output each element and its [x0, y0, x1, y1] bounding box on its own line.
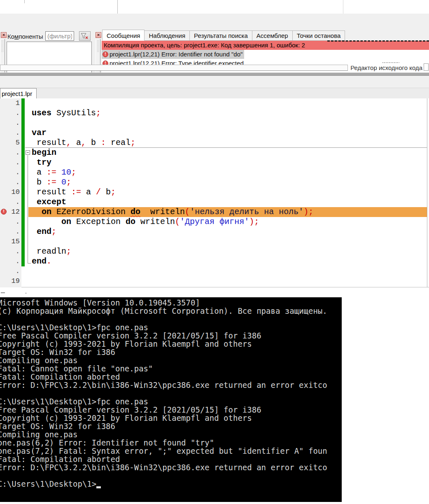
- close-icon[interactable]: ✕: [96, 32, 101, 38]
- fold-margin: [25, 138, 32, 148]
- message-row[interactable]: Компиляция проекта, цель: project1.exe: …: [102, 41, 429, 50]
- fold-guide: [28, 158, 28, 168]
- error-icon: !: [103, 51, 108, 57]
- messages-tab-0[interactable]: Сообщения: [102, 30, 145, 41]
- cmd-terminal[interactable]: Microsoft Windows [Version 10.0.19045.35…: [0, 297, 342, 502]
- fold-margin: [25, 158, 32, 168]
- code-line-4[interactable]: .var: [0, 128, 429, 138]
- change-bar: [21, 138, 25, 148]
- terminal-line: Copyright (c) 1993-2021 by Florian Klaem…: [0, 414, 327, 422]
- fold-margin: [25, 247, 32, 257]
- code-line-5[interactable]: 5 result, a, b : real;: [0, 138, 429, 148]
- messages-tab-1[interactable]: Наблюдения: [145, 30, 190, 41]
- code-line-10[interactable]: 10 result := a / b;: [0, 187, 429, 197]
- code-line-7[interactable]: . try: [0, 158, 429, 168]
- code-editor[interactable]: 1.uses SysUtils;..var5 result, a, b : re…: [0, 98, 429, 287]
- line-number: 5: [0, 138, 21, 148]
- code-text: end;: [32, 227, 56, 237]
- code-line-11[interactable]: . except: [0, 197, 429, 207]
- line-number: .: [0, 247, 21, 257]
- line-number: 10: [0, 187, 21, 197]
- terminal-line: one.pas(7,2) Fatal: Syntax error, ";" ex…: [0, 447, 327, 455]
- horizontal-splitter[interactable]: [0, 72, 429, 76]
- line-number: .: [0, 118, 21, 128]
- close-icon[interactable]: ✕: [1, 32, 7, 38]
- code-text: result, a, b : real;: [32, 138, 135, 148]
- line-number: .: [0, 266, 21, 276]
- fold-margin[interactable]: [25, 148, 32, 158]
- terminal-line: Compiling one.pas: [0, 430, 327, 439]
- code-line-16[interactable]: . readln;: [0, 247, 429, 257]
- change-bar: [21, 276, 25, 286]
- code-line-6[interactable]: .begin: [0, 148, 429, 158]
- fold-guide: [28, 237, 28, 247]
- fold-margin: [25, 168, 32, 177]
- terminal-line: C:\Users\1\Desktop\1>fpc one.pas: [0, 323, 327, 331]
- fold-margin: [25, 257, 32, 266]
- change-bar: [21, 118, 25, 128]
- terminal-line: Fatal: Cannot open file "one.pas": [0, 364, 327, 373]
- fold-margin: [25, 266, 32, 276]
- code-text: var: [32, 128, 47, 138]
- fold-margin: [25, 197, 32, 207]
- code-line-13[interactable]: . on Exception do writeln('Другая фигня'…: [0, 217, 429, 227]
- fold-margin: [25, 98, 32, 108]
- code-line-15[interactable]: 15: [0, 237, 429, 247]
- code-line-1[interactable]: 1: [0, 98, 429, 108]
- editor-tabbar: project1.lpr: [0, 88, 429, 98]
- clear-filter-button[interactable]: [79, 31, 91, 41]
- terminal-line: Target OS: Win32 for i386: [0, 348, 327, 356]
- code-line-17[interactable]: .end.: [0, 257, 429, 266]
- fold-margin: [25, 128, 32, 138]
- change-bar: [21, 237, 25, 247]
- fold-guide: [28, 197, 28, 207]
- change-bar: [21, 266, 25, 276]
- code-text: begin: [32, 148, 56, 158]
- tab-project1-lpr[interactable]: project1.lpr: [0, 88, 37, 99]
- terminal-line: Target OS: Win32 for i386: [0, 422, 327, 430]
- fold-margin: [25, 217, 32, 227]
- line-number: .: [0, 177, 21, 187]
- splitter-grip-dots[interactable]: [382, 62, 399, 63]
- message-row[interactable]: !project1.lpr(12,21) Error: Identifier n…: [102, 50, 429, 59]
- change-bar: [21, 177, 25, 187]
- fold-margin: [25, 207, 32, 217]
- messages-tab-2[interactable]: Результаты поиска: [190, 30, 252, 41]
- fold-guide: [28, 247, 28, 257]
- code-line-8[interactable]: . a := 10;: [0, 168, 429, 177]
- code-text: result := a / b;: [32, 187, 116, 197]
- fold-margin: [25, 276, 32, 286]
- terminal-line: [0, 389, 327, 397]
- editor-toolbar: [0, 76, 429, 88]
- code-line-2[interactable]: .uses SysUtils;: [0, 108, 429, 118]
- code-text: b := 0;: [32, 177, 71, 187]
- component-filter-input[interactable]: [45, 31, 74, 41]
- fold-guide: [28, 263, 31, 264]
- fold-margin: [25, 177, 32, 187]
- terminal-line: Free Pascal Compiler version 3.2.2 [2021…: [0, 331, 327, 340]
- dock-grab-bar[interactable]: [0, 65, 348, 71]
- code-line-18[interactable]: .: [0, 266, 429, 276]
- fold-margin: [25, 118, 32, 128]
- messages-tab-4[interactable]: Точки останова: [293, 30, 345, 41]
- code-text: except: [32, 197, 66, 207]
- code-text: uses SysUtils;: [32, 108, 101, 118]
- line-number: .: [0, 197, 21, 207]
- components-palette-label: Компоненты: [7, 33, 43, 40]
- code-text: try: [32, 158, 51, 168]
- messages-tab-3[interactable]: Ассемблер: [252, 30, 293, 41]
- code-line-19[interactable]: 19: [0, 276, 429, 286]
- components-list[interactable]: [7, 42, 92, 76]
- change-bar: [21, 148, 25, 158]
- code-line-3[interactable]: .: [0, 118, 429, 128]
- terminal-line: Error: D:\FPC\3.2.2\bin\i386-Win32\ppc38…: [0, 381, 327, 389]
- line-number: .: [0, 108, 21, 118]
- change-bar: [21, 168, 25, 177]
- fold-collapse-icon[interactable]: [26, 150, 30, 155]
- code-line-12[interactable]: 12! on EZerroDivision do writeln('нельзя…: [0, 207, 429, 217]
- terminal-line: Fatal: Compilation aborted: [0, 373, 327, 381]
- line-number: .: [0, 257, 21, 266]
- panel-divider: [117, 0, 118, 14]
- code-line-14[interactable]: . end;: [0, 227, 429, 237]
- code-line-9[interactable]: . b := 0;: [0, 177, 429, 187]
